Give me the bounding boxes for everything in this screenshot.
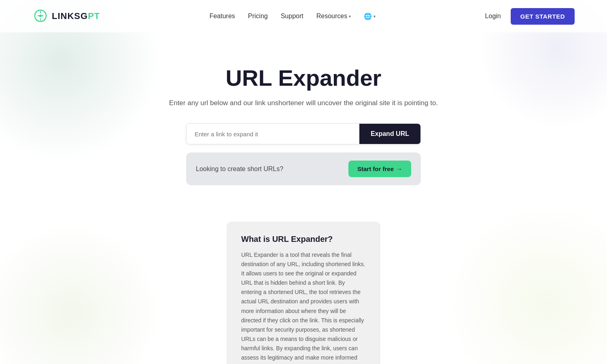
svg-point-0 <box>39 15 42 17</box>
logo-icon <box>32 8 49 24</box>
info-card: What is URL Expander? URL Expander is a … <box>227 222 380 364</box>
info-section: What is URL Expander? URL Expander is a … <box>0 222 607 364</box>
login-button[interactable]: Login <box>485 13 501 20</box>
start-free-label: Start for free <box>357 165 394 172</box>
navbar: LINKSGPT Features Pricing Support Resour… <box>0 0 607 32</box>
arrow-icon: → <box>396 165 402 172</box>
cta-text: Looking to create short URLs? <box>196 165 283 173</box>
resources-chevron-icon: ▾ <box>349 14 351 19</box>
page-wrapper: LINKSGPT Features Pricing Support Resour… <box>0 0 607 364</box>
nav-globe[interactable]: 🌐 ▾ <box>364 13 376 20</box>
nav-features[interactable]: Features <box>210 13 235 20</box>
info-card-body: URL Expander is a tool that reveals the … <box>241 250 366 364</box>
nav-resources[interactable]: Resources ▾ <box>316 13 351 20</box>
start-free-button[interactable]: Start for free → <box>348 161 411 177</box>
nav-pricing[interactable]: Pricing <box>248 13 268 20</box>
logo-text: LINKSGPT <box>52 11 100 21</box>
logo-text-accent: PT <box>88 11 100 21</box>
hero-title: URL Expander <box>0 65 607 91</box>
nav-links: Features Pricing Support Resources ▾ 🌐 ▾ <box>210 13 376 20</box>
url-input[interactable] <box>187 124 359 144</box>
nav-actions: Login GET STARTED <box>485 8 575 25</box>
nav-support[interactable]: Support <box>281 13 304 20</box>
url-input-container: Expand URL <box>186 123 421 144</box>
logo[interactable]: LINKSGPT <box>32 8 100 24</box>
hero-section: URL Expander Enter any url below and our… <box>0 32 607 222</box>
get-started-button[interactable]: GET STARTED <box>511 8 575 25</box>
hero-subtitle: Enter any url below and our link unshort… <box>0 99 607 107</box>
globe-chevron-icon: ▾ <box>374 14 376 19</box>
info-card-title: What is URL Expander? <box>241 235 366 244</box>
expand-url-button[interactable]: Expand URL <box>359 124 420 144</box>
cta-banner: Looking to create short URLs? Start for … <box>186 152 421 185</box>
url-input-wrapper: Expand URL <box>0 123 607 144</box>
globe-icon: 🌐 <box>364 13 372 20</box>
